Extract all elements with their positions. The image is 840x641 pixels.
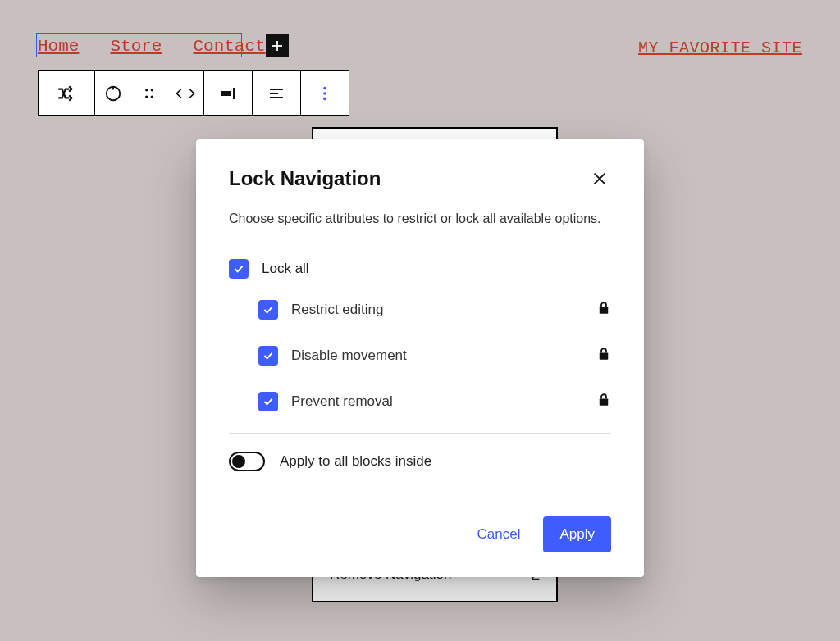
toolbar-btn-align[interactable] <box>253 71 300 115</box>
check-icon <box>232 262 245 275</box>
lock-all-row[interactable]: Lock all <box>229 254 611 284</box>
apply-inside-toggle[interactable] <box>229 452 265 471</box>
check-icon <box>262 303 275 316</box>
svg-rect-19 <box>600 353 609 360</box>
svg-point-6 <box>145 95 148 98</box>
divider <box>229 433 611 434</box>
plus-icon <box>270 39 285 53</box>
disable-movement-label: Disable movement <box>291 348 407 364</box>
prevent-removal-label: Prevent removal <box>291 393 393 410</box>
toolbar-btn-move[interactable] <box>167 71 203 115</box>
svg-point-7 <box>151 95 153 98</box>
nav-link-home[interactable]: Home <box>38 37 79 56</box>
justify-right-icon <box>218 84 238 103</box>
lock-icon <box>596 347 611 365</box>
shuffle-icon <box>56 83 77 104</box>
more-vertical-icon <box>316 84 334 102</box>
lock-all-checkbox[interactable] <box>229 259 249 279</box>
lock-navigation-modal: Lock Navigation Choose specific attribut… <box>196 139 644 577</box>
prevent-removal-row[interactable]: Prevent removal <box>258 382 611 421</box>
disable-movement-row[interactable]: Disable movement <box>258 336 611 375</box>
prevent-removal-checkbox[interactable] <box>258 392 278 411</box>
modal-title: Lock Navigation <box>229 167 381 190</box>
modal-description: Choose specific attributes to restrict o… <box>229 211 611 226</box>
restrict-editing-checkbox[interactable] <box>258 300 278 320</box>
align-icon <box>267 84 286 103</box>
compass-icon <box>104 84 122 102</box>
nav-block[interactable]: Home Store Contact <box>38 34 295 57</box>
svg-point-15 <box>323 97 326 100</box>
close-button[interactable] <box>588 167 611 190</box>
lock-icon <box>596 393 611 411</box>
toggle-knob <box>232 455 245 468</box>
svg-point-4 <box>145 89 148 91</box>
restrict-editing-row[interactable]: Restrict editing <box>258 290 611 330</box>
apply-button[interactable]: Apply <box>543 516 611 552</box>
site-title-link[interactable]: MY FAVORITE SITE <box>638 39 802 57</box>
add-nav-item-button[interactable] <box>266 34 289 57</box>
svg-point-13 <box>323 86 326 89</box>
svg-rect-18 <box>600 307 609 314</box>
svg-rect-20 <box>600 399 609 406</box>
svg-point-5 <box>151 89 153 91</box>
drag-icon <box>141 85 158 102</box>
check-icon <box>262 349 275 362</box>
svg-rect-8 <box>221 91 231 96</box>
apply-inside-row[interactable]: Apply to all blocks inside <box>229 452 611 471</box>
apply-inside-label: Apply to all blocks inside <box>280 453 431 470</box>
restrict-editing-label: Restrict editing <box>291 302 383 318</box>
toolbar-btn-select-parent[interactable] <box>95 71 131 115</box>
toolbar-btn-drag[interactable] <box>131 71 167 115</box>
lock-all-label: Lock all <box>262 261 309 277</box>
lock-icon <box>596 301 611 319</box>
toolbar-btn-block-type[interactable] <box>39 71 94 115</box>
svg-rect-9 <box>233 88 235 99</box>
nav-link-store[interactable]: Store <box>110 37 162 56</box>
close-icon <box>591 170 609 188</box>
move-arrows-icon <box>174 84 197 102</box>
check-icon <box>262 395 275 408</box>
svg-point-14 <box>323 92 326 95</box>
toolbar-btn-more[interactable] <box>301 71 349 115</box>
cancel-button[interactable]: Cancel <box>461 516 537 552</box>
disable-movement-checkbox[interactable] <box>258 346 278 366</box>
nav-link-contact[interactable]: Contact <box>193 37 265 56</box>
toolbar-btn-justify[interactable] <box>204 71 252 115</box>
block-toolbar <box>38 70 349 116</box>
